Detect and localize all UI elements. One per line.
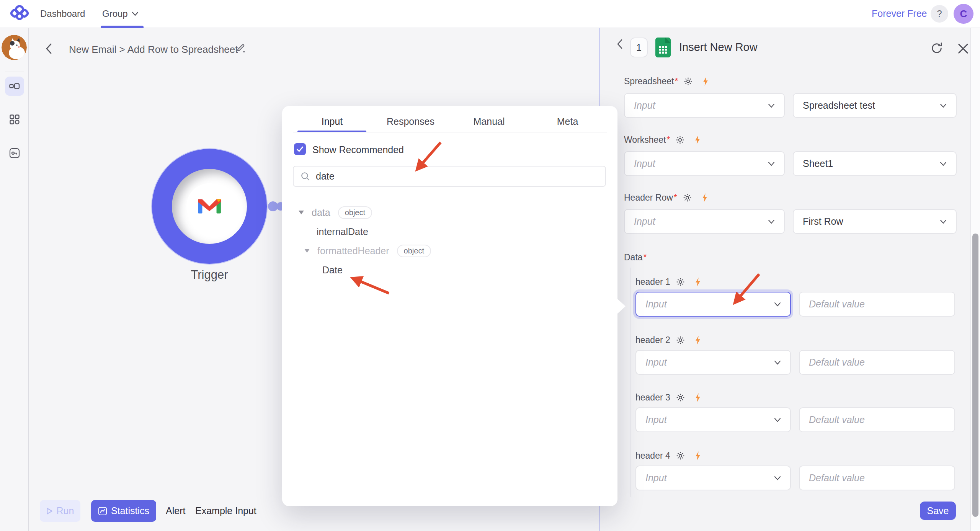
tree-label-internaldate: internalDate [317,226,368,237]
lightning-icon [695,136,700,144]
trigger-module-node[interactable] [152,149,267,264]
chart-line-icon [98,506,107,516]
tab-responses[interactable]: Responses [371,111,450,131]
run-button[interactable]: Run [40,500,80,522]
example-input-link[interactable]: Example Input [195,505,256,516]
header-3-input-select[interactable]: Input [635,407,791,432]
required-asterisk: * [675,76,678,86]
gear-icon[interactable] [676,335,685,345]
save-button[interactable]: Save [920,502,956,520]
sidebar-item-modules[interactable] [5,110,24,129]
tree-label-date: Date [322,265,343,276]
worksheet-value-select[interactable]: Sheet1 [793,151,957,176]
tree-label-data: data [312,207,330,218]
header-row-input-select[interactable]: Input [624,209,785,234]
search-input[interactable] [316,171,584,182]
sidebar-divider [5,72,24,72]
chevron-down-icon [132,11,139,16]
sidebar-item-keys[interactable] [5,144,24,163]
gmail-app-icon [186,183,232,229]
field-label-header-2: header 2 [635,335,701,345]
active-nav-underline [101,26,144,28]
panel-scrollbar-thumb[interactable] [972,234,978,517]
module-settings-panel: 1 Insert New Row Spreadsheet* [599,28,980,531]
chevron-down-icon [940,162,947,166]
sidebar-item-scenarios[interactable] [5,77,24,96]
tab-meta[interactable]: Meta [528,111,607,131]
field-label-spreadsheet: Spreadsheet* [624,76,708,87]
lightning-icon [695,393,701,402]
lightning-icon [695,336,701,345]
edit-scenario-name-icon[interactable] [236,43,247,55]
header-1-input-select[interactable]: Input [635,292,791,317]
panel-back-button[interactable] [616,39,623,51]
spreadsheet-input-select[interactable]: Input [624,93,785,118]
brand-logo-icon[interactable] [10,4,29,25]
nav-item-group[interactable]: Group [102,8,139,19]
app-screen: Dashboard Group Forever Free ? C [0,0,980,531]
gear-icon[interactable] [683,193,692,203]
keys-icon [9,148,20,158]
gear-icon[interactable] [676,451,685,461]
breadcrumb-back-button[interactable] [45,43,53,56]
lightning-icon [703,77,708,86]
gear-icon[interactable] [676,277,685,287]
gear-icon[interactable] [675,135,685,145]
tab-input[interactable]: Input [293,111,371,131]
modal-pointer-arrow [617,299,626,314]
statistics-label: Statistics [111,505,149,516]
tree-item-data[interactable]: data object [299,203,372,222]
show-recommended-label: Show Recommended [312,144,404,155]
gear-icon[interactable] [683,77,693,86]
panel-title: Insert New Row [679,41,758,54]
tree-item-internaldate[interactable]: internalDate [317,222,368,241]
close-icon[interactable] [958,43,969,56]
type-badge-object: object [338,206,372,219]
chevron-down-icon [774,302,781,307]
field-label-header-1: header 1 [635,277,701,287]
chevron-down-icon [774,476,781,480]
checkmark-icon [296,146,304,152]
trigger-node-inner-ring [172,169,247,244]
plan-upgrade-link[interactable]: Forever Free [872,8,927,19]
modules-grid-icon [10,114,20,124]
tree-item-date[interactable]: Date [322,260,343,279]
header-2-input-select[interactable]: Input [635,350,791,375]
show-recommended-checkbox[interactable] [294,143,306,155]
chevron-down-icon [940,103,947,108]
spreadsheet-value-select[interactable]: Spreadsheet test [793,93,957,118]
chevron-down-icon [768,162,775,166]
caret-down-icon[interactable] [299,211,304,215]
header-row-value-select[interactable]: First Row [793,209,957,234]
refresh-icon[interactable] [930,42,943,56]
statistics-button[interactable]: Statistics [91,500,156,522]
avatar-initial: C [960,8,967,20]
workspace-avatar[interactable] [2,35,27,60]
chevron-down-icon [768,219,775,224]
nav-dashboard-label: Dashboard [40,8,85,19]
field-label-worksheet: Worksheet* [624,135,700,145]
lightning-icon [702,193,707,202]
modal-tabs: Input Responses Manual Meta [293,111,607,131]
header-4-input-select[interactable]: Input [635,466,791,490]
user-avatar[interactable]: C [954,4,973,24]
field-label-header-3: header 3 [635,392,701,403]
nav-item-dashboard[interactable]: Dashboard [40,8,85,19]
caret-down-icon[interactable] [304,249,310,253]
alert-link[interactable]: Alert [166,505,185,516]
header-2-default-input[interactable] [799,350,955,375]
header-1-default-input[interactable] [799,292,955,317]
mapping-panel-modal: Input Responses Manual Meta Show Recomme… [282,106,617,506]
header-3-default-input[interactable] [799,407,955,432]
header-4-default-input[interactable] [799,466,955,490]
data-group-indent-line [630,268,630,497]
tab-manual[interactable]: Manual [450,111,528,131]
tree-item-formattedheader[interactable]: formattedHeader object [304,241,431,260]
gear-icon[interactable] [676,393,685,402]
search-field[interactable] [293,166,606,187]
lightning-icon [695,278,701,286]
help-button[interactable]: ? [931,5,948,23]
tab-divider [293,132,607,132]
worksheet-input-select[interactable]: Input [624,151,785,176]
left-sidebar [0,28,29,531]
